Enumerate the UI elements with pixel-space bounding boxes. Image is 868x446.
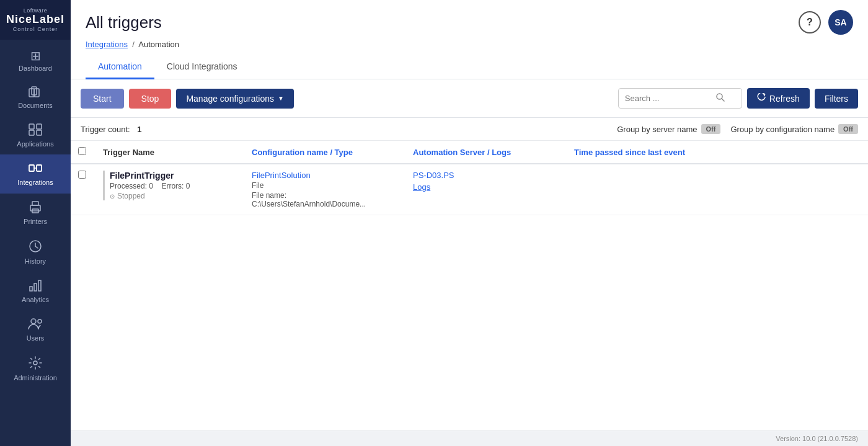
help-button[interactable]: ? bbox=[799, 11, 821, 33]
sidebar-item-label: Users bbox=[27, 334, 45, 342]
triggers-table-wrap: Trigger Name Configuration name / Type A… bbox=[71, 141, 868, 430]
triggers-table: Trigger Name Configuration name / Type A… bbox=[71, 141, 868, 215]
app-logo: Loftware NiceLabel Control Center bbox=[0, 0, 71, 40]
sidebar-item-applications[interactable]: Applications bbox=[0, 116, 71, 154]
sidebar-item-label: Administration bbox=[14, 374, 57, 382]
sidebar-item-label: Dashboard bbox=[19, 65, 52, 73]
config-name-link[interactable]: FilePrintSolution bbox=[252, 171, 398, 180]
sidebar-item-label: Applications bbox=[17, 140, 53, 148]
svg-rect-9 bbox=[37, 165, 42, 171]
sidebar-item-users[interactable]: Users bbox=[0, 310, 71, 349]
trigger-name: FilePrintTrigger bbox=[110, 171, 237, 181]
stop-button[interactable]: Stop bbox=[129, 89, 172, 109]
sidebar: Loftware NiceLabel Control Center ⊞ Dash… bbox=[0, 0, 71, 446]
breadcrumb: Integrations / Automation bbox=[86, 40, 853, 49]
svg-point-18 bbox=[38, 319, 42, 323]
config-type: File bbox=[252, 181, 398, 190]
svg-rect-15 bbox=[34, 283, 37, 291]
breadcrumb-current: Automation bbox=[138, 40, 179, 49]
avatar[interactable]: SA bbox=[828, 10, 853, 35]
col-header-time[interactable]: Time passed since last event bbox=[574, 148, 685, 157]
header-actions: ? SA bbox=[799, 10, 853, 35]
row-checkbox[interactable] bbox=[78, 171, 86, 179]
col-header-server[interactable]: Automation Server / Logs bbox=[413, 148, 511, 157]
search-input[interactable] bbox=[625, 94, 712, 103]
config-detail: File name: C:\Users\StefanArnhold\Docume… bbox=[252, 191, 398, 208]
sidebar-item-label: Documents bbox=[18, 102, 53, 110]
printers-icon bbox=[29, 201, 42, 215]
search-icon bbox=[715, 92, 725, 104]
sidebar-item-documents[interactable]: Documents bbox=[0, 79, 71, 116]
svg-point-17 bbox=[31, 319, 36, 324]
search-box[interactable] bbox=[618, 88, 742, 109]
main-content: All triggers ? SA Integrations / Automat… bbox=[71, 0, 868, 446]
refresh-button[interactable]: Refresh bbox=[747, 88, 810, 109]
group-config-toggle[interactable]: Off bbox=[838, 124, 858, 134]
chevron-down-icon: ▼ bbox=[278, 95, 284, 102]
sidebar-item-history[interactable]: History bbox=[0, 232, 71, 272]
page-header: All triggers ? SA Integrations / Automat… bbox=[71, 0, 868, 79]
group-server-toggle[interactable]: Off bbox=[701, 124, 721, 134]
trigger-count-value: 1 bbox=[137, 125, 141, 134]
svg-rect-3 bbox=[29, 124, 34, 129]
sidebar-item-label: History bbox=[25, 257, 46, 265]
select-all-checkbox[interactable] bbox=[78, 147, 86, 155]
svg-rect-11 bbox=[32, 202, 38, 205]
table-row: FilePrintTrigger Processed: 0 Errors: 0 … bbox=[71, 164, 868, 215]
tabs-bar: Automation Cloud Integrations bbox=[86, 55, 853, 79]
logo-main: NiceLabel bbox=[6, 14, 64, 26]
applications-icon bbox=[29, 123, 42, 138]
version-bar: Version: 10.0 (21.0.0.7528) bbox=[71, 430, 868, 446]
filters-button[interactable]: Filters bbox=[815, 89, 858, 109]
refresh-icon bbox=[757, 93, 766, 104]
content-area: Start Stop Manage configurations ▼ Refre… bbox=[71, 79, 868, 446]
toolbar: Start Stop Manage configurations ▼ Refre… bbox=[71, 79, 868, 118]
sidebar-item-administration[interactable]: Administration bbox=[0, 349, 71, 388]
sidebar-item-printers[interactable]: Printers bbox=[0, 194, 71, 232]
table-meta: Trigger count: 1 Group by server name Of… bbox=[71, 118, 868, 141]
svg-rect-5 bbox=[29, 130, 34, 135]
group-config-label: Group by configuration name bbox=[730, 125, 835, 134]
col-header-config[interactable]: Configuration name / Type bbox=[252, 148, 353, 157]
server-name-link[interactable]: PS-D03.PS bbox=[413, 171, 559, 180]
start-button[interactable]: Start bbox=[81, 89, 124, 109]
logo-sub: Control Center bbox=[13, 26, 58, 32]
manage-configurations-button[interactable]: Manage configurations ▼ bbox=[176, 89, 294, 109]
integrations-icon bbox=[28, 162, 43, 176]
svg-rect-7 bbox=[29, 165, 34, 171]
trigger-stats: Processed: 0 Errors: 0 bbox=[110, 182, 237, 190]
svg-rect-4 bbox=[37, 124, 42, 129]
history-icon bbox=[29, 239, 42, 255]
analytics-icon bbox=[29, 279, 42, 293]
svg-line-21 bbox=[722, 99, 724, 101]
users-icon bbox=[28, 318, 43, 332]
sidebar-item-integrations[interactable]: Integrations bbox=[0, 154, 71, 193]
status-icon: ⊙ bbox=[110, 193, 115, 200]
page-title: All triggers bbox=[86, 13, 162, 32]
group-server-label: Group by server name bbox=[617, 125, 697, 134]
col-header-trigger-name: Trigger Name bbox=[103, 148, 154, 157]
breadcrumb-link[interactable]: Integrations bbox=[86, 40, 128, 49]
sidebar-item-analytics[interactable]: Analytics bbox=[0, 272, 71, 310]
version-text: Version: 10.0 (21.0.0.7528) bbox=[776, 435, 858, 442]
administration-icon bbox=[29, 356, 42, 372]
dashboard-icon: ⊞ bbox=[30, 50, 41, 62]
logs-link[interactable]: Logs bbox=[413, 182, 559, 192]
svg-rect-14 bbox=[30, 287, 32, 291]
svg-rect-6 bbox=[37, 130, 42, 135]
tab-cloud-integrations[interactable]: Cloud Integrations bbox=[154, 55, 250, 79]
trigger-count-label: Trigger count: bbox=[81, 125, 130, 134]
tab-automation[interactable]: Automation bbox=[86, 55, 154, 79]
trigger-status: ⊙ Stopped bbox=[110, 192, 237, 200]
documents-icon bbox=[29, 86, 42, 99]
svg-rect-16 bbox=[38, 280, 41, 291]
sidebar-item-label: Printers bbox=[24, 218, 47, 226]
svg-point-19 bbox=[33, 361, 37, 365]
sidebar-item-label: Integrations bbox=[17, 179, 53, 187]
sidebar-item-label: Analytics bbox=[22, 296, 49, 304]
sidebar-item-dashboard[interactable]: ⊞ Dashboard bbox=[0, 42, 71, 79]
